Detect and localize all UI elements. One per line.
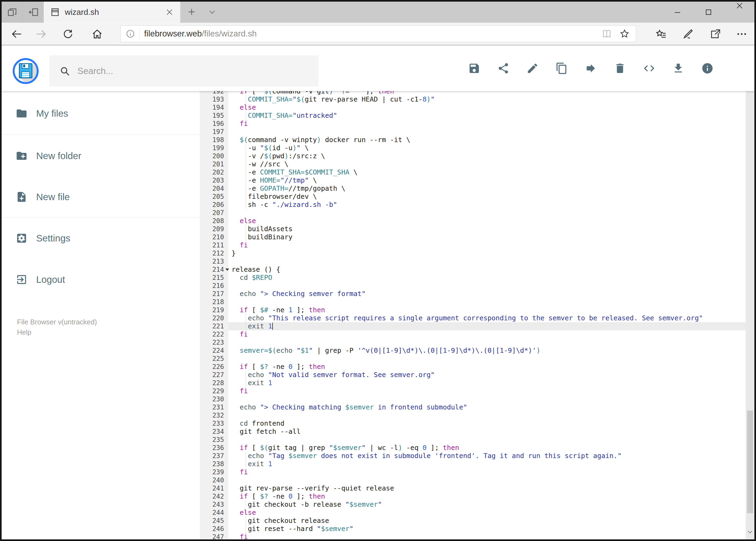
scroll-down-icon[interactable] (746, 526, 754, 537)
window-minimize-button[interactable] (665, 2, 690, 23)
code-view-button[interactable] (634, 52, 664, 85)
code-line-text[interactable] (228, 209, 746, 217)
tab-list-chevron-button[interactable] (206, 6, 219, 18)
sidebar-item-my-files[interactable]: My files (2, 99, 200, 128)
code-line[interactable]: 242 if [ $? -ne 0 ]; then (200, 492, 746, 500)
code-line-text[interactable]: } (228, 249, 746, 258)
code-line-text[interactable]: exit 1 (228, 322, 746, 330)
code-line[interactable]: 229 fi (200, 387, 746, 395)
sidebar-item-new-folder[interactable]: New folder (2, 141, 200, 171)
tab-wizard-sh[interactable]: wizard.sh (44, 2, 180, 23)
code-line[interactable]: 213 (200, 258, 746, 266)
code-line[interactable]: 218 (200, 298, 746, 306)
tab-preview-button[interactable] (2, 2, 23, 23)
tab-close-icon[interactable] (163, 6, 175, 18)
code-line-text[interactable]: -w //src \ (228, 160, 746, 168)
code-line[interactable]: 207 (200, 209, 746, 217)
code-line-text[interactable]: else (228, 104, 746, 112)
save-button[interactable] (460, 52, 489, 85)
code-line-text[interactable] (228, 411, 746, 419)
code-line-text[interactable] (228, 282, 746, 290)
code-line-text[interactable] (228, 258, 746, 266)
site-info-icon[interactable] (126, 29, 135, 39)
code-line-text[interactable] (228, 355, 746, 363)
code-line[interactable]: 195 COMMIT_SHA="untracked" (200, 112, 746, 120)
code-line[interactable]: 197 (200, 128, 746, 136)
code-line-text[interactable]: sh -c "./wizard.sh -b" (228, 201, 746, 209)
code-line[interactable]: 216 (200, 282, 746, 290)
code-line-text[interactable]: if [ "$(command -v git)" != "" ]; then (228, 91, 746, 95)
search-box[interactable] (49, 55, 319, 86)
code-line-text[interactable]: if [ $? -ne 0 ]; then (228, 492, 746, 500)
info-button[interactable] (693, 52, 722, 85)
code-line-text[interactable]: fi (228, 330, 746, 338)
code-line-text[interactable] (228, 298, 746, 306)
code-line-text[interactable]: fi (228, 468, 746, 476)
code-line[interactable]: 238 exit 1 (200, 460, 746, 468)
code-line-text[interactable]: echo "> Checking semver format" (228, 290, 746, 298)
code-line-text[interactable] (228, 476, 746, 484)
code-line[interactable]: 220 echo "This release script requires a… (200, 314, 746, 322)
code-line-text[interactable]: COMMIT_SHA="untracked" (228, 112, 746, 120)
code-editor[interactable]: 192 if [ "$(command -v git)" != "" ]; th… (200, 91, 746, 539)
code-line-text[interactable] (228, 436, 746, 444)
code-line-text[interactable]: fi (228, 533, 746, 539)
code-line[interactable]: 203 -e HOME="//tmp" \ (200, 176, 746, 185)
page-scrollbar[interactable] (746, 46, 754, 539)
refresh-button[interactable] (58, 24, 78, 44)
download-button[interactable] (664, 52, 693, 85)
code-line[interactable]: 228 exit 1 (200, 379, 746, 387)
code-line[interactable]: 224 semver=$(echo "$1" | grep -P '^v(0|[… (200, 346, 746, 355)
code-line[interactable]: 226 if [ $? -ne 0 ]; then (200, 363, 746, 371)
code-line-text[interactable]: filebrowser/dev \ (228, 193, 746, 201)
code-line[interactable]: 245 git checkout release (200, 517, 746, 525)
code-line-text[interactable]: cd $REPO (228, 273, 746, 282)
code-line-text[interactable]: echo "Tag $semver does not exist in subm… (228, 452, 746, 460)
new-tab-button[interactable] (185, 5, 198, 18)
code-line[interactable]: 206 sh -c "./wizard.sh -b" (200, 201, 746, 209)
filebrowser-logo[interactable] (13, 58, 39, 84)
code-line-text[interactable]: fi (228, 387, 746, 395)
code-line[interactable]: 243 git checkout -b release "$semver" (200, 500, 746, 509)
address-bar[interactable]: filebrowser.web/files/wizard.sh (121, 25, 636, 42)
back-button[interactable] (6, 24, 27, 44)
code-line[interactable]: 219 if [ $# -ne 1 ]; then (200, 306, 746, 314)
code-line[interactable]: 222 fi (200, 330, 746, 338)
code-line-text[interactable]: else (228, 509, 746, 517)
code-line-text[interactable]: git checkout -b release "$semver" (228, 500, 746, 509)
code-line[interactable]: 244 else (200, 509, 746, 517)
code-line-text[interactable]: -u "$(id -u)" \ (228, 144, 746, 152)
code-line-text[interactable]: else (228, 217, 746, 225)
code-line-text[interactable]: if [ $# -ne 1 ]; then (228, 306, 746, 314)
code-line[interactable]: 211 fi (200, 241, 746, 249)
code-line[interactable]: 237 echo "Tag $semver does not exist in … (200, 452, 746, 460)
code-line[interactable]: 194 else (200, 104, 746, 112)
code-line-text[interactable]: COMMIT_SHA="$(git rev-parse HEAD | cut -… (228, 95, 746, 104)
code-line[interactable]: 232 (200, 411, 746, 419)
code-line-text[interactable]: echo "This release script requires a sin… (228, 314, 746, 322)
forward-button[interactable] (31, 24, 51, 44)
code-line[interactable]: 235 (200, 436, 746, 444)
code-line-text[interactable]: git reset --hard "$semver" (228, 525, 746, 533)
code-line[interactable]: 204 -e GOPATH=//tmp/gopath \ (200, 185, 746, 193)
code-line-text[interactable]: git checkout release (228, 517, 746, 525)
scrollbar-thumb[interactable] (747, 410, 753, 513)
code-line[interactable]: 196 fi (200, 120, 746, 128)
window-close-button[interactable] (727, 2, 752, 10)
set-aside-tabs-button[interactable] (23, 2, 45, 23)
code-line[interactable]: 214release () { (200, 266, 746, 273)
code-line[interactable]: 202 -e COMMIT_SHA=$COMMIT_SHA \ (200, 168, 746, 176)
code-line-text[interactable] (228, 395, 746, 403)
move-button[interactable] (576, 52, 606, 85)
code-line-text[interactable]: release () { (228, 266, 746, 273)
code-line-text[interactable]: semver=$(echo "$1" | grep -P '^v(0|[1-9]… (228, 346, 746, 355)
reading-view-icon[interactable] (601, 28, 612, 39)
code-line-text[interactable]: $(command -v winpty) docker run --rm -it… (228, 136, 746, 144)
share-button[interactable] (489, 52, 518, 85)
code-line-text[interactable]: cd frontend (228, 419, 746, 427)
code-line[interactable]: 241 git rev-parse --verify --quiet relea… (200, 484, 746, 492)
code-line[interactable]: 217 echo "> Checking semver format" (200, 290, 746, 298)
code-line-text[interactable]: git fetch --all (228, 427, 746, 436)
code-line-text[interactable]: echo "> Checking matching $semver in fro… (228, 403, 746, 411)
settings-more-button[interactable] (730, 24, 753, 44)
